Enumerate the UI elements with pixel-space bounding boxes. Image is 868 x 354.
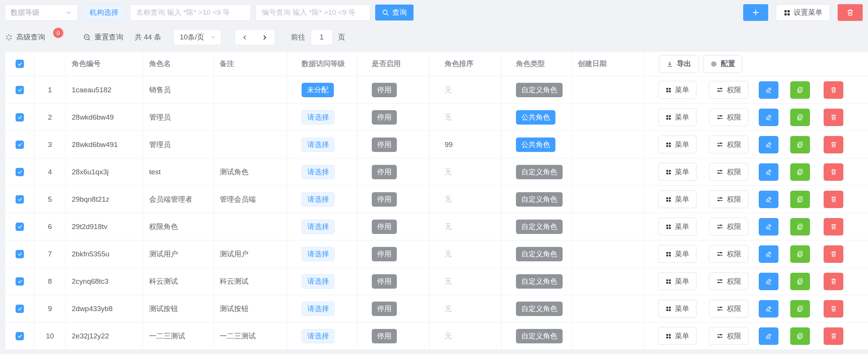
row-edit-button[interactable] <box>759 273 778 290</box>
row-menu-button[interactable]: 菜单 <box>658 300 697 318</box>
advanced-query-button[interactable]: 高级查询 0 <box>5 32 63 43</box>
row-delete-button[interactable] <box>824 273 843 290</box>
row-permission-button[interactable]: 权限 <box>709 218 748 235</box>
row-checkbox[interactable] <box>16 250 24 258</box>
row-menu-button[interactable]: 菜单 <box>658 163 697 181</box>
row-permission-button[interactable]: 权限 <box>709 108 748 126</box>
row-permission-button[interactable]: 权限 <box>709 136 748 153</box>
row-copy-button[interactable] <box>790 191 810 208</box>
row-menu-button[interactable]: 菜单 <box>658 245 697 263</box>
row-menu-button[interactable]: 菜单 <box>658 81 697 99</box>
access-level-tag[interactable]: 请选择 <box>302 165 335 179</box>
row-checkbox[interactable] <box>16 113 24 122</box>
row-copy-button[interactable] <box>790 327 810 345</box>
row-edit-button[interactable] <box>759 163 778 181</box>
row-permission-button[interactable]: 权限 <box>709 190 748 208</box>
row-permission-button[interactable]: 权限 <box>709 272 748 290</box>
enabled-status-tag[interactable]: 停用 <box>372 247 397 261</box>
row-copy-button[interactable] <box>790 273 810 290</box>
row-menu-button[interactable]: 菜单 <box>658 327 697 345</box>
row-delete-button[interactable] <box>824 81 843 99</box>
access-level-tag[interactable]: 请选择 <box>302 302 335 316</box>
row-checkbox[interactable] <box>16 332 24 340</box>
prev-page-button[interactable] <box>235 30 255 45</box>
select-all-checkbox[interactable] <box>16 60 24 68</box>
page-size-select[interactable]: 10条/页 <box>173 29 221 45</box>
access-level-tag[interactable]: 请选择 <box>302 247 335 261</box>
row-edit-button[interactable] <box>759 81 778 99</box>
enabled-status-tag[interactable]: 停用 <box>372 220 397 234</box>
row-delete-button[interactable] <box>824 136 843 153</box>
enabled-status-tag[interactable]: 停用 <box>372 302 397 316</box>
enabled-status-tag[interactable]: 停用 <box>372 83 397 97</box>
row-menu-button[interactable]: 菜单 <box>658 190 697 208</box>
access-level-tag[interactable]: 请选择 <box>302 220 335 234</box>
row-copy-button[interactable] <box>790 136 810 153</box>
row-checkbox[interactable] <box>16 305 24 313</box>
row-delete-button[interactable] <box>824 245 843 263</box>
config-button[interactable]: 配置 <box>703 55 742 73</box>
row-permission-button[interactable]: 权限 <box>709 81 748 99</box>
row-checkbox[interactable] <box>16 195 24 204</box>
row-checkbox[interactable] <box>16 277 24 286</box>
export-button[interactable]: 导出 <box>659 55 698 73</box>
row-cell-actions: 菜单 权限 <box>644 295 868 322</box>
row-permission-button[interactable]: 权限 <box>709 300 748 318</box>
row-edit-button[interactable] <box>759 136 778 153</box>
row-edit-button[interactable] <box>759 327 778 345</box>
enabled-status-tag[interactable]: 停用 <box>372 329 397 343</box>
row-permission-button[interactable]: 权限 <box>709 327 748 345</box>
row-edit-button[interactable] <box>759 218 778 235</box>
row-delete-button[interactable] <box>824 191 843 208</box>
goto-page-input[interactable] <box>311 29 333 45</box>
name-query-input[interactable] <box>130 5 251 21</box>
row-delete-button[interactable] <box>824 218 843 235</box>
copy-icon <box>796 278 804 285</box>
access-level-tag[interactable]: 请选择 <box>302 274 335 289</box>
access-level-tag[interactable]: 未分配 <box>302 83 334 97</box>
row-permission-button[interactable]: 权限 <box>709 245 748 263</box>
enabled-status-tag[interactable]: 停用 <box>372 274 397 289</box>
row-copy-button[interactable] <box>790 245 810 263</box>
access-level-tag[interactable]: 请选择 <box>302 137 335 152</box>
code-query-input[interactable] <box>256 5 370 21</box>
row-copy-button[interactable] <box>790 81 810 99</box>
row-copy-button[interactable] <box>790 218 810 235</box>
search-button[interactable]: 查询 <box>375 5 414 21</box>
row-edit-button[interactable] <box>759 300 778 318</box>
reset-query-button[interactable]: 重置查询 <box>83 32 123 42</box>
row-menu-button[interactable]: 菜单 <box>658 272 697 290</box>
row-checkbox[interactable] <box>16 86 24 94</box>
enabled-status-tag[interactable]: 停用 <box>372 137 397 152</box>
access-level-tag[interactable]: 请选择 <box>302 110 335 125</box>
row-checkbox[interactable] <box>16 223 24 231</box>
row-delete-button[interactable] <box>824 163 843 181</box>
enabled-status-tag[interactable]: 停用 <box>372 192 397 207</box>
enabled-status-tag[interactable]: 停用 <box>372 110 397 125</box>
row-edit-button[interactable] <box>759 245 778 263</box>
row-delete-button[interactable] <box>824 300 843 318</box>
row-checkbox[interactable] <box>16 168 24 176</box>
data-level-select[interactable]: 数据等级 <box>5 5 78 21</box>
access-level-tag[interactable]: 请选择 <box>302 192 335 207</box>
next-page-button[interactable] <box>255 30 275 45</box>
row-copy-button[interactable] <box>790 109 810 126</box>
row-copy-button[interactable] <box>790 163 810 181</box>
add-button[interactable] <box>743 4 768 21</box>
role-type-tag: 自定义角色 <box>516 83 563 97</box>
row-edit-button[interactable] <box>759 191 778 208</box>
access-level-tag[interactable]: 请选择 <box>302 329 335 343</box>
enabled-status-tag[interactable]: 停用 <box>372 165 397 179</box>
row-permission-button[interactable]: 权限 <box>709 163 748 181</box>
row-checkbox[interactable] <box>16 141 24 149</box>
row-delete-button[interactable] <box>824 109 843 126</box>
row-delete-button[interactable] <box>824 327 843 345</box>
settings-menu-button[interactable]: 设置菜单 <box>776 4 830 21</box>
row-edit-button[interactable] <box>759 109 778 126</box>
delete-selected-button[interactable] <box>838 4 863 21</box>
row-menu-button[interactable]: 菜单 <box>658 108 697 126</box>
row-copy-button[interactable] <box>790 300 810 318</box>
row-menu-button[interactable]: 菜单 <box>658 136 697 153</box>
row-menu-button[interactable]: 菜单 <box>658 218 697 235</box>
org-select-button[interactable]: 机构选择 <box>83 5 125 21</box>
